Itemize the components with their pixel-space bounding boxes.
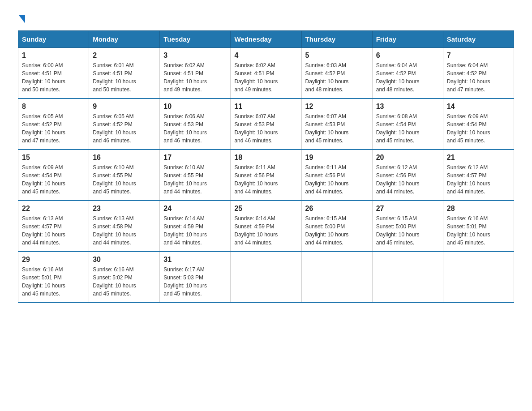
header-wednesday: Wednesday <box>231 31 301 48</box>
day-info: Sunrise: 6:15 AM Sunset: 5:00 PM Dayligh… <box>376 214 439 247</box>
calendar-cell: 25 Sunrise: 6:14 AM Sunset: 4:59 PM Dayl… <box>231 201 301 252</box>
header-friday: Friday <box>372 31 443 48</box>
day-info: Sunrise: 6:17 AM Sunset: 5:03 PM Dayligh… <box>163 265 227 298</box>
calendar-cell: 1 Sunrise: 6:00 AM Sunset: 4:51 PM Dayli… <box>18 48 89 99</box>
day-info: Sunrise: 6:04 AM Sunset: 4:52 PM Dayligh… <box>447 61 510 94</box>
calendar-cell: 26 Sunrise: 6:15 AM Sunset: 5:00 PM Dayl… <box>301 201 372 252</box>
day-info: Sunrise: 6:16 AM Sunset: 5:01 PM Dayligh… <box>22 265 85 298</box>
calendar-cell: 28 Sunrise: 6:16 AM Sunset: 5:01 PM Dayl… <box>443 201 514 252</box>
day-info: Sunrise: 6:13 AM Sunset: 4:57 PM Dayligh… <box>22 214 85 247</box>
day-number: 31 <box>163 256 227 264</box>
day-info: Sunrise: 6:06 AM Sunset: 4:53 PM Dayligh… <box>163 112 227 145</box>
calendar-cell: 10 Sunrise: 6:06 AM Sunset: 4:53 PM Dayl… <box>160 98 231 150</box>
calendar-cell: 4 Sunrise: 6:02 AM Sunset: 4:51 PM Dayli… <box>231 48 301 99</box>
calendar-cell: 2 Sunrise: 6:01 AM Sunset: 4:51 PM Dayli… <box>89 48 160 99</box>
day-number: 14 <box>447 103 510 111</box>
day-number: 5 <box>305 51 369 60</box>
day-info: Sunrise: 6:16 AM Sunset: 5:01 PM Dayligh… <box>447 214 510 247</box>
day-number: 24 <box>163 205 227 213</box>
day-number: 18 <box>234 154 297 162</box>
page-header <box>18 13 514 21</box>
day-number: 16 <box>93 154 156 162</box>
day-info: Sunrise: 6:09 AM Sunset: 4:54 PM Dayligh… <box>447 112 510 145</box>
day-info: Sunrise: 6:14 AM Sunset: 4:59 PM Dayligh… <box>234 214 297 247</box>
calendar-cell: 27 Sunrise: 6:15 AM Sunset: 5:00 PM Dayl… <box>372 201 443 252</box>
day-number: 9 <box>93 103 156 111</box>
calendar-cell: 6 Sunrise: 6:04 AM Sunset: 4:52 PM Dayli… <box>372 48 443 99</box>
day-info: Sunrise: 6:02 AM Sunset: 4:51 PM Dayligh… <box>234 61 297 94</box>
calendar-cell: 20 Sunrise: 6:12 AM Sunset: 4:56 PM Dayl… <box>372 150 443 201</box>
calendar-cell: 31 Sunrise: 6:17 AM Sunset: 5:03 PM Dayl… <box>160 252 231 303</box>
day-number: 2 <box>93 51 156 60</box>
day-number: 22 <box>22 205 85 213</box>
day-info: Sunrise: 6:13 AM Sunset: 4:58 PM Dayligh… <box>93 214 156 247</box>
calendar-cell: 5 Sunrise: 6:03 AM Sunset: 4:52 PM Dayli… <box>301 48 372 99</box>
day-number: 26 <box>305 205 369 213</box>
day-number: 20 <box>376 154 439 162</box>
day-info: Sunrise: 6:01 AM Sunset: 4:51 PM Dayligh… <box>93 61 156 94</box>
day-info: Sunrise: 6:15 AM Sunset: 5:00 PM Dayligh… <box>305 214 369 247</box>
day-info: Sunrise: 6:03 AM Sunset: 4:52 PM Dayligh… <box>305 61 369 94</box>
calendar-cell: 19 Sunrise: 6:11 AM Sunset: 4:56 PM Dayl… <box>301 150 372 201</box>
calendar-cell: 15 Sunrise: 6:09 AM Sunset: 4:54 PM Dayl… <box>18 150 89 201</box>
calendar-cell: 16 Sunrise: 6:10 AM Sunset: 4:55 PM Dayl… <box>89 150 160 201</box>
day-number: 25 <box>234 205 297 213</box>
calendar-cell: 13 Sunrise: 6:08 AM Sunset: 4:54 PM Dayl… <box>372 98 443 150</box>
day-info: Sunrise: 6:16 AM Sunset: 5:02 PM Dayligh… <box>93 265 156 298</box>
day-number: 6 <box>376 51 439 60</box>
day-number: 12 <box>305 103 369 111</box>
calendar-cell: 18 Sunrise: 6:11 AM Sunset: 4:56 PM Dayl… <box>231 150 301 201</box>
calendar-cell: 8 Sunrise: 6:05 AM Sunset: 4:52 PM Dayli… <box>18 98 89 150</box>
calendar-week-row: 15 Sunrise: 6:09 AM Sunset: 4:54 PM Dayl… <box>18 150 514 201</box>
calendar-cell <box>301 252 372 303</box>
day-number: 23 <box>93 205 156 213</box>
day-info: Sunrise: 6:05 AM Sunset: 4:52 PM Dayligh… <box>22 112 85 145</box>
day-info: Sunrise: 6:08 AM Sunset: 4:54 PM Dayligh… <box>376 112 439 145</box>
day-number: 15 <box>22 154 85 162</box>
day-info: Sunrise: 6:12 AM Sunset: 4:57 PM Dayligh… <box>447 163 510 196</box>
day-info: Sunrise: 6:11 AM Sunset: 4:56 PM Dayligh… <box>234 163 297 196</box>
day-info: Sunrise: 6:11 AM Sunset: 4:56 PM Dayligh… <box>305 163 369 196</box>
day-number: 11 <box>234 103 297 111</box>
header-thursday: Thursday <box>301 31 372 48</box>
day-info: Sunrise: 6:07 AM Sunset: 4:53 PM Dayligh… <box>305 112 369 145</box>
day-number: 21 <box>447 154 510 162</box>
calendar-week-row: 8 Sunrise: 6:05 AM Sunset: 4:52 PM Dayli… <box>18 98 514 150</box>
calendar-week-row: 1 Sunrise: 6:00 AM Sunset: 4:51 PM Dayli… <box>18 48 514 99</box>
header-monday: Monday <box>89 31 160 48</box>
header-saturday: Saturday <box>443 31 514 48</box>
calendar-cell: 29 Sunrise: 6:16 AM Sunset: 5:01 PM Dayl… <box>18 252 89 303</box>
calendar-week-row: 22 Sunrise: 6:13 AM Sunset: 4:57 PM Dayl… <box>18 201 514 252</box>
calendar-cell: 7 Sunrise: 6:04 AM Sunset: 4:52 PM Dayli… <box>443 48 514 99</box>
calendar-table: SundayMondayTuesdayWednesdayThursdayFrid… <box>18 30 514 303</box>
day-info: Sunrise: 6:00 AM Sunset: 4:51 PM Dayligh… <box>22 61 85 94</box>
day-info: Sunrise: 6:07 AM Sunset: 4:53 PM Dayligh… <box>234 112 297 145</box>
day-number: 13 <box>376 103 439 111</box>
calendar-cell: 22 Sunrise: 6:13 AM Sunset: 4:57 PM Dayl… <box>18 201 89 252</box>
calendar-cell: 24 Sunrise: 6:14 AM Sunset: 4:59 PM Dayl… <box>160 201 231 252</box>
header-sunday: Sunday <box>18 31 89 48</box>
day-info: Sunrise: 6:02 AM Sunset: 4:51 PM Dayligh… <box>163 61 227 94</box>
day-info: Sunrise: 6:05 AM Sunset: 4:52 PM Dayligh… <box>93 112 156 145</box>
calendar-cell: 17 Sunrise: 6:10 AM Sunset: 4:55 PM Dayl… <box>160 150 231 201</box>
day-info: Sunrise: 6:09 AM Sunset: 4:54 PM Dayligh… <box>22 163 85 196</box>
day-number: 3 <box>163 51 227 60</box>
day-info: Sunrise: 6:10 AM Sunset: 4:55 PM Dayligh… <box>93 163 156 196</box>
calendar-cell: 21 Sunrise: 6:12 AM Sunset: 4:57 PM Dayl… <box>443 150 514 201</box>
day-number: 27 <box>376 205 439 213</box>
day-number: 10 <box>163 103 227 111</box>
calendar-cell <box>231 252 301 303</box>
day-number: 17 <box>163 154 227 162</box>
logo-arrow-icon <box>19 15 25 23</box>
day-info: Sunrise: 6:10 AM Sunset: 4:55 PM Dayligh… <box>163 163 227 196</box>
calendar-cell: 3 Sunrise: 6:02 AM Sunset: 4:51 PM Dayli… <box>160 48 231 99</box>
header-tuesday: Tuesday <box>160 31 231 48</box>
day-number: 1 <box>22 51 85 60</box>
day-number: 19 <box>305 154 369 162</box>
day-info: Sunrise: 6:12 AM Sunset: 4:56 PM Dayligh… <box>376 163 439 196</box>
calendar-cell: 11 Sunrise: 6:07 AM Sunset: 4:53 PM Dayl… <box>231 98 301 150</box>
day-number: 29 <box>22 256 85 264</box>
calendar-cell: 30 Sunrise: 6:16 AM Sunset: 5:02 PM Dayl… <box>89 252 160 303</box>
calendar-cell: 14 Sunrise: 6:09 AM Sunset: 4:54 PM Dayl… <box>443 98 514 150</box>
calendar-cell <box>443 252 514 303</box>
